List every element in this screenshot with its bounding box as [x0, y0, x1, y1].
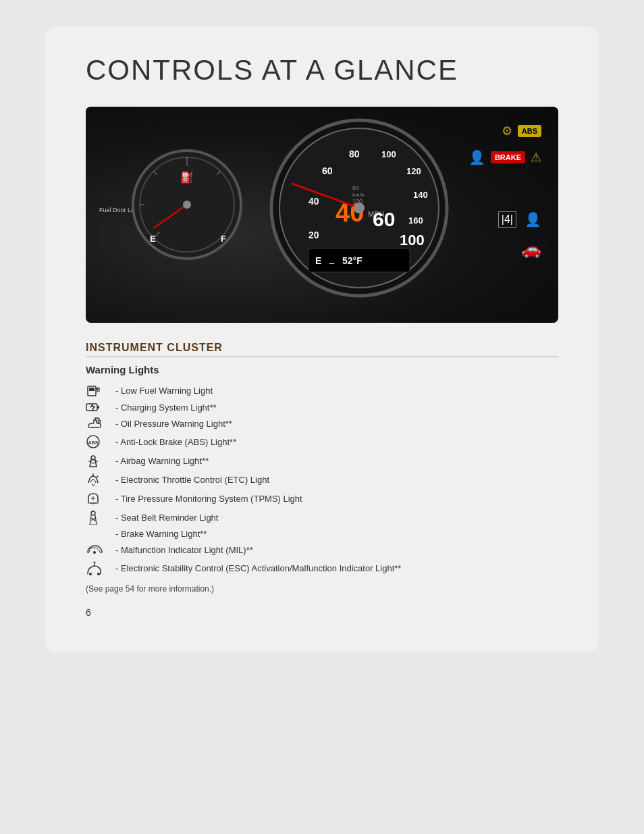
svg-text:⛽: ⛽	[180, 171, 194, 184]
warning-text: - Seat Belt Reminder Light	[115, 513, 218, 523]
svg-line-53	[97, 476, 98, 477]
svg-text:60: 60	[373, 208, 395, 230]
list-item: M - Electronic Throttle Control (ETC) Li…	[86, 470, 558, 489]
svg-text:ABS: ABS	[88, 440, 99, 445]
svg-text:100: 100	[381, 149, 396, 159]
svg-text:M: M	[92, 483, 95, 487]
svg-point-61	[97, 573, 100, 575]
svg-text:E: E	[150, 234, 156, 244]
warning-text: - Oil Pressure Warning Light**	[115, 419, 232, 429]
fuel-gauge-svg: ⛽ E F	[130, 147, 244, 262]
svg-point-59	[93, 551, 96, 554]
svg-rect-36	[89, 388, 95, 391]
footnote: (See page 54 for more information.)	[86, 584, 558, 594]
section-title: INSTRUMENT CLUSTER	[86, 342, 558, 357]
brake-badge: BRAKE	[491, 151, 525, 163]
airbag-icon	[86, 453, 109, 468]
etc-icon: M	[86, 472, 109, 487]
warning-text: - Airbag Warning Light**	[115, 456, 209, 466]
warning-text: - Malfunction Indicator Light (MIL)**	[115, 545, 253, 555]
svg-text:⚊: ⚊	[329, 258, 335, 265]
warning-lights-list: - Low Fuel Warning Light - Charging Syst…	[86, 381, 558, 577]
mil-icon	[86, 543, 109, 556]
svg-rect-38	[97, 388, 99, 392]
seatbelt-icon	[86, 510, 109, 525]
abs-icon: ABS	[86, 434, 109, 449]
svg-text:60: 60	[322, 165, 333, 176]
svg-text:100: 100	[400, 232, 425, 249]
svg-text:160: 160	[408, 215, 423, 226]
dashboard-image: Speedometer Fuel Door Location Fuel Gaug…	[86, 107, 558, 323]
list-item: - Airbag Warning Light**	[86, 451, 558, 470]
warning-text: - Electronic Stability Control (ESC) Act…	[115, 563, 401, 573]
instrument-cluster-section: INSTRUMENT CLUSTER Warning Lights - Low …	[86, 342, 558, 594]
svg-point-45	[98, 420, 101, 423]
warning-text: - Anti-Lock Brake (ABS) Light**	[115, 437, 236, 447]
subsection-title: Warning Lights	[86, 364, 558, 375]
speedometer-svg: 20 40 60 80 100 120 140 160 60 km/h 100 …	[268, 117, 450, 299]
svg-text:80: 80	[349, 149, 360, 159]
page-container: CONTROLS AT A GLANCE Speedometer Fuel Do…	[45, 27, 599, 652]
svg-text:60: 60	[352, 184, 359, 191]
svg-text:E: E	[315, 255, 321, 266]
svg-text:km/h: km/h	[352, 192, 364, 198]
tpms-icon: !	[86, 491, 109, 506]
page-number: 6	[86, 607, 558, 618]
list-item: - Seat Belt Reminder Light	[86, 508, 558, 527]
svg-point-30	[354, 203, 365, 213]
svg-rect-40	[97, 406, 99, 409]
svg-text:120: 120	[406, 166, 421, 176]
list-item: - Electronic Stability Control (ESC) Act…	[86, 558, 558, 577]
list-item: - Brake Warning Light**	[86, 527, 558, 541]
list-item: - Charging System Light**	[86, 400, 558, 415]
esc-icon	[86, 561, 109, 575]
warning-text: - Tire Pressure Monitoring System (TPMS)…	[115, 494, 302, 504]
page-title: CONTROLS AT A GLANCE	[86, 54, 558, 86]
abs-badge: ABS	[518, 125, 541, 137]
list-item: ! - Tire Pressure Monitoring System (TPM…	[86, 489, 558, 508]
svg-text:140: 140	[413, 190, 428, 200]
svg-text:20: 20	[308, 230, 319, 240]
list-item: ABS - Anti-Lock Brake (ABS) Light**	[86, 432, 558, 451]
svg-text:!: !	[92, 502, 93, 506]
warning-text: - Low Fuel Warning Light	[115, 386, 213, 396]
svg-point-58	[91, 511, 95, 515]
list-item: - Oil Pressure Warning Light**	[86, 415, 558, 432]
warning-text: - Electronic Throttle Control (ETC) Ligh…	[115, 475, 269, 485]
oil-pressure-icon	[86, 417, 109, 430]
low-fuel-icon	[86, 383, 109, 398]
charging-icon	[86, 402, 109, 413]
svg-point-8	[183, 201, 191, 209]
list-item: - Low Fuel Warning Light	[86, 381, 558, 400]
svg-point-60	[89, 573, 92, 575]
warning-text: - Charging System Light**	[115, 402, 217, 413]
svg-text:F: F	[221, 234, 226, 244]
svg-text:52°F: 52°F	[342, 255, 363, 266]
warning-text: - Brake Warning Light**	[115, 529, 207, 539]
svg-text:40: 40	[308, 196, 319, 207]
list-item: - Malfunction Indicator Light (MIL)**	[86, 541, 558, 558]
